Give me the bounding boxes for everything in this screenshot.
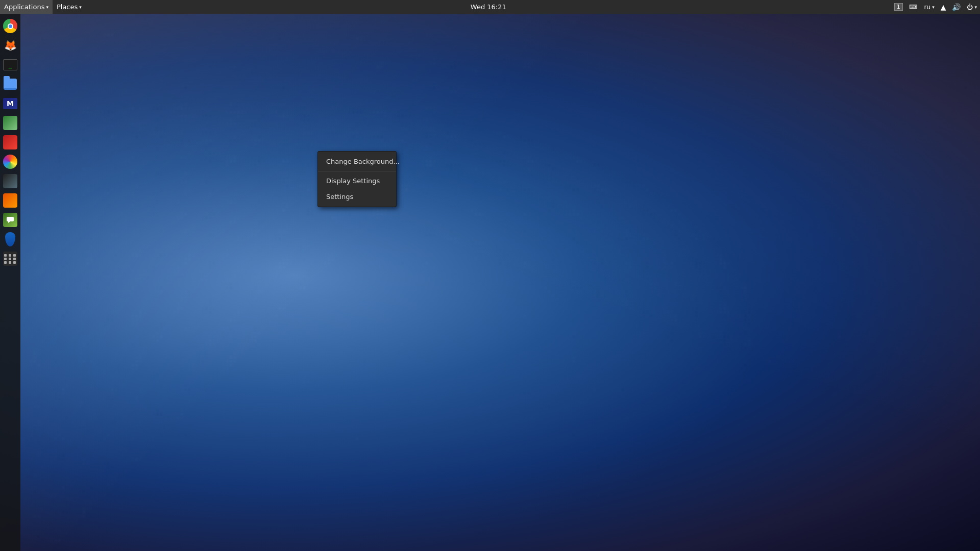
desktop: Applications ▾ Places ▾ Wed 16:21 1 ⌨ ru… xyxy=(0,0,980,551)
display-settings-label: Display Settings xyxy=(326,177,380,185)
volume-icon: 🔊 xyxy=(952,3,961,11)
dock-icon-firefox[interactable]: 🦊 xyxy=(2,37,18,54)
language-indicator[interactable]: ru ▾ xyxy=(921,0,938,14)
dock-icon-mail[interactable]: M xyxy=(2,95,18,112)
dock-icon-files[interactable] xyxy=(2,76,18,92)
workspace-number: 1 xyxy=(894,3,903,11)
all-apps-icon xyxy=(3,252,17,266)
system-menu-icon: ⏻ xyxy=(967,4,973,11)
keyboard-icon: ⌨ xyxy=(909,4,917,10)
dock-icon-chrome[interactable] xyxy=(2,18,18,34)
app5-icon xyxy=(3,193,17,208)
files-icon xyxy=(4,79,17,90)
applications-arrow: ▾ xyxy=(46,5,48,10)
dock-icon-app1[interactable] xyxy=(2,115,18,131)
svg-rect-0 xyxy=(7,217,14,221)
dock-icon-app6[interactable] xyxy=(2,212,18,228)
settings-label: Settings xyxy=(326,193,353,201)
dock-icon-app4[interactable] xyxy=(2,173,18,189)
keyboard-layout[interactable]: ⌨ xyxy=(906,0,921,14)
volume-indicator[interactable]: 🔊 xyxy=(949,0,964,14)
svg-marker-1 xyxy=(8,221,10,223)
terminal-icon: _ xyxy=(3,59,17,70)
places-arrow: ▾ xyxy=(79,5,82,10)
places-menu[interactable]: Places ▾ xyxy=(53,0,86,14)
dock-icon-all-apps[interactable] xyxy=(2,251,18,267)
app1-icon xyxy=(3,116,17,130)
wifi-icon: ▲ xyxy=(941,3,946,11)
language-arrow: ▾ xyxy=(932,5,935,10)
system-menu-arrow: ▾ xyxy=(974,5,977,10)
dock-icon-app3[interactable] xyxy=(2,154,18,170)
panel-left: Applications ▾ Places ▾ xyxy=(0,0,86,14)
language-label: ru xyxy=(924,4,931,11)
applications-label: Applications xyxy=(4,3,44,11)
context-menu-change-background[interactable]: Change Background... xyxy=(318,154,396,169)
firefox-icon: 🦊 xyxy=(4,39,17,52)
change-background-label: Change Background... xyxy=(326,158,400,165)
dock: 🦊 _ M xyxy=(0,14,20,551)
panel-clock[interactable]: Wed 16:21 xyxy=(86,3,891,11)
mail-icon: M xyxy=(3,98,17,109)
places-label: Places xyxy=(57,3,78,11)
dock-icon-terminal[interactable]: _ xyxy=(2,57,18,73)
top-panel: Applications ▾ Places ▾ Wed 16:21 1 ⌨ ru… xyxy=(0,0,980,14)
context-menu-separator xyxy=(318,171,396,171)
context-menu-settings[interactable]: Settings xyxy=(318,189,396,205)
app7-icon xyxy=(5,232,15,246)
dock-icon-app2[interactable] xyxy=(2,134,18,151)
context-menu: Change Background... Display Settings Se… xyxy=(317,151,397,207)
applications-menu[interactable]: Applications ▾ xyxy=(0,0,53,14)
context-menu-display-settings[interactable]: Display Settings xyxy=(318,173,396,189)
app2-icon xyxy=(3,135,17,149)
app6-icon xyxy=(3,213,17,227)
dock-icon-app5[interactable] xyxy=(2,192,18,209)
app3-icon xyxy=(3,155,17,169)
system-menu[interactable]: ⏻ ▾ xyxy=(964,0,980,14)
app4-icon xyxy=(3,174,17,188)
wifi-indicator[interactable]: ▲ xyxy=(938,0,949,14)
clock-label: Wed 16:21 xyxy=(471,3,506,11)
workspace-switcher[interactable]: 1 xyxy=(891,0,906,14)
dock-icon-app7[interactable] xyxy=(2,231,18,247)
panel-right: 1 ⌨ ru ▾ ▲ 🔊 ⏻ ▾ xyxy=(891,0,980,14)
